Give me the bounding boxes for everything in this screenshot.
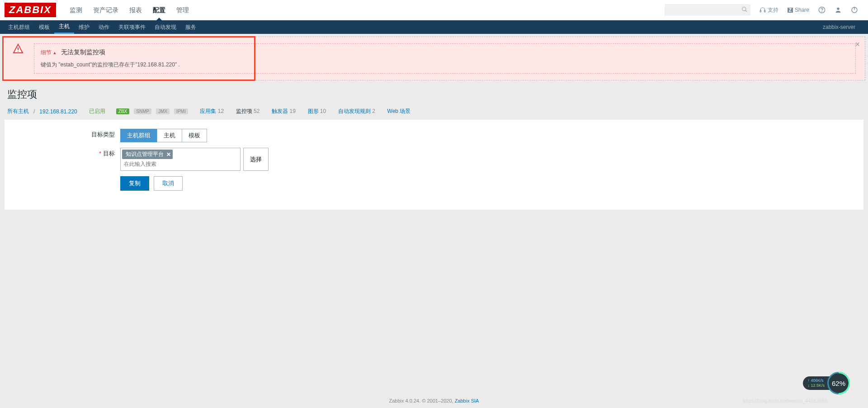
copy-button[interactable]: 复制	[120, 176, 149, 191]
subnav-correlation[interactable]: 关联项事件	[114, 20, 150, 34]
alert-error: 细节 无法复制监控项 键值为 "estab_count"的监控项已存在于"192…	[3, 37, 865, 80]
sub-nav: 主机群组 模板 主机 维护 动作 关联项事件 自动发现 服务 zabbix-se…	[0, 20, 868, 34]
nav-administration[interactable]: 管理	[176, 0, 189, 20]
subnav-templates[interactable]: 模板	[34, 20, 54, 34]
top-bar: ZABBIX 监测 资产记录 报表 配置 管理 支持 Z Share	[0, 0, 868, 20]
tab-triggers[interactable]: 触发器 19	[272, 108, 296, 115]
label-target-type: 目标类型	[5, 129, 120, 141]
svg-line-1	[745, 10, 747, 12]
share-badge-icon: Z	[788, 8, 793, 13]
warning-icon	[12, 43, 24, 54]
headset-icon	[760, 7, 766, 13]
subnav-hostgroups[interactable]: 主机群组	[4, 20, 34, 34]
alert-close-icon[interactable]: ✕	[855, 41, 860, 48]
link-host[interactable]: 192.168.81.220	[39, 108, 77, 115]
page-title: 监控项	[0, 83, 868, 105]
alert-details-link[interactable]: 细节	[41, 49, 57, 56]
logout-icon[interactable]	[847, 5, 862, 15]
target-search-input[interactable]	[122, 159, 239, 169]
tab-graphs[interactable]: 图形 10	[308, 108, 326, 115]
badge-ipmi: IPMI	[174, 108, 188, 114]
support-link[interactable]: 支持	[756, 5, 782, 16]
subnav-hosts[interactable]: 主机	[54, 20, 74, 34]
help-icon[interactable]	[815, 5, 829, 15]
alert-title: 无法复制监控项	[61, 48, 105, 56]
subnav-maintenance[interactable]: 维护	[74, 20, 94, 34]
svg-point-0	[742, 7, 746, 11]
svg-rect-2	[760, 10, 761, 12]
search-icon[interactable]	[741, 6, 748, 13]
select-button[interactable]: 选择	[243, 148, 269, 171]
seg-templates[interactable]: 模板	[182, 129, 207, 142]
cancel-button[interactable]: 取消	[154, 176, 183, 191]
status-enabled: 已启用	[89, 108, 105, 115]
seg-hosts[interactable]: 主机	[157, 129, 182, 142]
subnav-actions[interactable]: 动作	[94, 20, 114, 34]
user-icon[interactable]	[831, 5, 845, 15]
search-input[interactable]	[665, 4, 750, 16]
breadcrumb-sep: /	[33, 108, 35, 115]
subnav-services[interactable]: 服务	[181, 20, 201, 34]
badge-zbx: ZBX	[116, 108, 129, 114]
target-multiselect[interactable]: 知识点管理平台 ✕	[120, 148, 241, 171]
form-panel: 目标类型 主机群组 主机 模板 *目标 知识点管理平台 ✕ 选择 复制 取消	[5, 120, 863, 210]
link-all-hosts[interactable]: 所有主机	[7, 108, 29, 115]
badge-snmp: SNMP	[134, 108, 151, 114]
target-tag: 知识点管理平台 ✕	[122, 150, 173, 159]
main-nav: 监测 资产记录 报表 配置 管理	[64, 0, 194, 20]
target-type-group: 主机群组 主机 模板	[120, 129, 207, 142]
svg-point-5	[822, 12, 822, 12]
alert-message: 键值为 "estab_count"的监控项已存在于"192.168.81.220…	[41, 61, 849, 69]
subnav-discovery[interactable]: 自动发现	[150, 20, 181, 34]
svg-point-6	[837, 8, 839, 10]
nav-monitoring[interactable]: 监测	[70, 0, 82, 20]
seg-hostgroups[interactable]: 主机群组	[120, 129, 157, 142]
svg-rect-3	[764, 10, 765, 12]
nav-inventory[interactable]: 资产记录	[93, 0, 118, 20]
alert-body: 细节 无法复制监控项 键值为 "estab_count"的监控项已存在于"192…	[34, 43, 856, 74]
server-name: zabbix-server	[823, 24, 864, 30]
nav-reports[interactable]: 报表	[129, 0, 142, 20]
tab-discovery-rules[interactable]: 自动发现规则 2	[338, 108, 375, 115]
logo[interactable]: ZABBIX	[5, 3, 56, 17]
badge-jmx: JMX	[156, 108, 170, 114]
breadcrumb: 所有主机 / 192.168.81.220 已启用 ZBXSNMPJMXIPMI…	[0, 105, 868, 120]
tab-web-scenarios[interactable]: Web 场景	[387, 108, 411, 115]
svg-point-10	[18, 51, 19, 52]
search-wrap	[665, 4, 750, 16]
label-target: *目标	[5, 148, 120, 159]
tab-items[interactable]: 监控项 52	[236, 108, 260, 115]
tab-applications[interactable]: 应用集 12	[200, 108, 224, 115]
top-right: 支持 Z Share	[665, 4, 868, 16]
nav-configuration[interactable]: 配置	[153, 0, 165, 20]
tag-remove-icon[interactable]: ✕	[166, 151, 171, 158]
share-link[interactable]: Z Share	[784, 5, 813, 15]
